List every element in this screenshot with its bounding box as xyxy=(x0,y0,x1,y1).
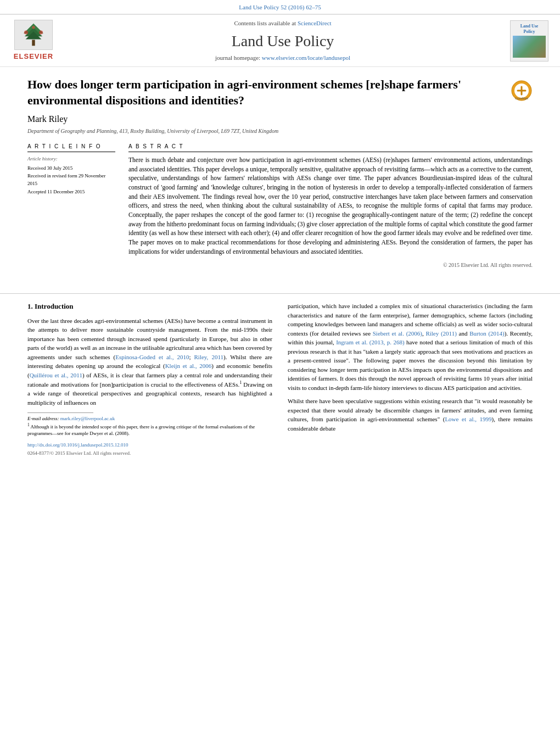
sciencedirect-link[interactable]: ScienceDirect xyxy=(298,20,332,26)
footnote-divider xyxy=(27,412,93,413)
crossmark-logo[interactable]: CrossMark xyxy=(511,80,533,102)
elsevier-label: ELSEVIER xyxy=(14,52,53,62)
article-info-label: A R T I C L E I N F O xyxy=(27,143,115,152)
email-footnote: E-mail address: mark.riley@liverpool.ac.… xyxy=(27,415,272,422)
svg-point-4 xyxy=(24,31,28,35)
abstract-text: There is much debate and conjecture over… xyxy=(128,155,533,256)
journal-header: ELSEVIER Contents lists available at Sci… xyxy=(0,14,560,67)
copyright: © 2015 Elsevier Ltd. All rights reserved… xyxy=(128,261,533,269)
intro-para-right2: Whilst there have been speculative sugge… xyxy=(288,397,533,433)
ref-quillerou[interactable]: Quillérou et al., 2011 xyxy=(30,372,82,378)
land-policy-logo: Land UsePolicy xyxy=(507,20,551,62)
abstract-label: A B S T R A C T xyxy=(128,143,533,152)
ref-lowe[interactable]: Lowe et al., 1999 xyxy=(445,416,491,422)
abstract-column: A B S T R A C T There is much debate and… xyxy=(128,143,533,269)
doi-link[interactable]: Land Use Policy 52 (2016) 62–75 xyxy=(239,4,321,10)
land-policy-title: Land UsePolicy xyxy=(513,24,546,34)
journal-title: Land Use Policy xyxy=(64,30,502,52)
ref-kleijn[interactable]: Kleijn et al., 2006 xyxy=(165,362,212,369)
article-title: How does longer term participation in ag… xyxy=(27,77,502,108)
intro-para-right1: participation, which have included a com… xyxy=(288,302,533,392)
issn-footer: 0264-8377/© 2015 Elsevier Ltd. All right… xyxy=(27,450,272,457)
intro-section-number: 1. xyxy=(27,302,33,310)
land-policy-graphic xyxy=(513,36,546,58)
author-name: Mark Riley xyxy=(27,113,533,125)
homepage-line: journal homepage: www.elsevier.com/locat… xyxy=(64,54,502,62)
top-bar: Land Use Policy 52 (2016) 62–75 xyxy=(0,0,560,14)
ref-riley2011b[interactable]: Riley (2011) xyxy=(425,330,456,337)
header-center: Contents lists available at ScienceDirec… xyxy=(64,19,502,62)
ref-burton[interactable]: Burton (2014) xyxy=(469,330,505,337)
svg-point-6 xyxy=(32,26,35,29)
homepage-label: journal homepage: xyxy=(215,54,260,61)
homepage-link[interactable]: www.elsevier.com/locate/landusepol xyxy=(262,54,350,61)
ref-ingram[interactable]: Ingram et al. (2013, p. 268) xyxy=(336,339,404,345)
body-content: 1. Introduction Over the last three deca… xyxy=(0,302,560,456)
page: Land Use Policy 52 (2016) 62–75 xyxy=(0,0,560,742)
body-right-column: participation, which have included a com… xyxy=(288,302,533,456)
ref-riley2011[interactable]: Riley, 2011 xyxy=(194,354,223,360)
svg-point-5 xyxy=(39,31,43,35)
article-info-column: A R T I C L E I N F O Article history: R… xyxy=(27,143,115,269)
ref-espinosa[interactable]: Espinosa-Goded et al., 2010 xyxy=(115,354,189,360)
elsevier-logo: ELSEVIER xyxy=(9,20,58,62)
land-policy-image: Land UsePolicy xyxy=(510,20,548,62)
divider xyxy=(0,293,560,294)
intro-section-title: Introduction xyxy=(35,302,74,310)
elsevier-tree-image xyxy=(14,20,53,50)
footnote-1-text: 1 Although it is beyond the intended sco… xyxy=(27,422,272,437)
intro-title: 1. Introduction xyxy=(27,302,272,311)
received-date: Received 30 July 2015 xyxy=(27,164,115,172)
contents-label: Contents lists available at xyxy=(234,20,296,26)
contents-line: Contents lists available at ScienceDirec… xyxy=(64,19,502,27)
intro-para1: Over the last three decades agri-environ… xyxy=(27,316,272,408)
history-label: Article history: xyxy=(27,155,115,163)
article-content: How does longer term participation in ag… xyxy=(0,67,560,286)
svg-rect-0 xyxy=(32,40,35,46)
email-link[interactable]: mark.riley@liverpool.ac.uk xyxy=(60,416,115,421)
article-title-section: How does longer term participation in ag… xyxy=(27,77,533,108)
received-revised-date: Received in revised form 29 November 201… xyxy=(27,172,115,188)
footnote-marker-1: 1 xyxy=(239,380,242,385)
ref-siebert[interactable]: Siebert et al. (2006) xyxy=(373,330,422,337)
accepted-date: Accepted 11 December 2015 xyxy=(27,188,115,196)
body-left-column: 1. Introduction Over the last three deca… xyxy=(27,302,272,456)
doi-footer[interactable]: http://dx.doi.org/10.1016/j.landusepol.2… xyxy=(27,442,272,449)
affiliation: Department of Geography and Planning, 41… xyxy=(27,127,533,135)
svg-text:CrossMark: CrossMark xyxy=(515,97,529,100)
article-info-abstract: A R T I C L E I N F O Article history: R… xyxy=(27,143,533,269)
